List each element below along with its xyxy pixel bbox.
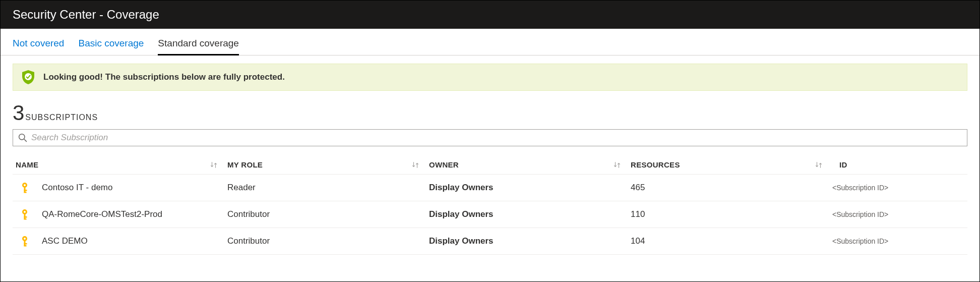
- owner-cell[interactable]: Display Owners: [429, 236, 631, 246]
- tab-label: Standard coverage: [158, 38, 239, 48]
- svg-rect-7: [24, 192, 27, 193]
- resources-cell: 110: [631, 209, 832, 219]
- id-cell: <Subscription ID>: [832, 237, 964, 245]
- column-owner[interactable]: OWNER: [429, 160, 631, 169]
- table-row[interactable]: Contoso IT - demo Reader Display Owners …: [13, 175, 967, 201]
- resources-cell: 104: [631, 236, 832, 246]
- count-number: 3: [13, 101, 24, 125]
- subscription-name: ASC DEMO: [42, 236, 88, 246]
- coverage-tabs: Not covered Basic coverage Standard cove…: [1, 29, 979, 55]
- tab-basic-coverage[interactable]: Basic coverage: [78, 38, 144, 55]
- column-label: NAME: [16, 160, 38, 169]
- sort-icon: [614, 161, 621, 168]
- search-input[interactable]: [31, 133, 962, 143]
- subscriptions-table: NAME MY ROLE OWNER RESOURCES ID: [13, 155, 967, 255]
- svg-rect-12: [24, 218, 27, 220]
- column-label: OWNER: [429, 160, 459, 169]
- key-icon: [21, 235, 33, 247]
- key-icon: [21, 208, 33, 220]
- column-id[interactable]: ID: [832, 160, 964, 169]
- svg-point-4: [24, 184, 26, 186]
- subscription-name: QA-RomeCore-OMSTest2-Prod: [42, 209, 162, 219]
- tab-not-covered[interactable]: Not covered: [13, 38, 64, 55]
- sort-icon: [412, 161, 419, 168]
- id-cell: <Subscription ID>: [832, 210, 964, 218]
- search-box[interactable]: [13, 129, 967, 146]
- svg-rect-17: [24, 245, 27, 247]
- svg-point-0: [25, 73, 32, 80]
- page-title: Security Center - Coverage: [1, 1, 979, 29]
- id-cell: <Subscription ID>: [832, 184, 964, 192]
- table-row[interactable]: ASC DEMO Contributor Display Owners 104 …: [13, 228, 967, 255]
- column-resources[interactable]: RESOURCES: [631, 160, 832, 169]
- column-role[interactable]: MY ROLE: [227, 160, 429, 169]
- role-cell: Contributor: [227, 236, 429, 246]
- table-row[interactable]: QA-RomeCore-OMSTest2-Prod Contributor Di…: [13, 201, 967, 228]
- column-label: ID: [839, 160, 847, 169]
- column-label: RESOURCES: [631, 160, 680, 169]
- owner-cell[interactable]: Display Owners: [429, 183, 631, 193]
- count-label: SUBSCRIPTIONS: [25, 113, 98, 122]
- sort-icon: [815, 161, 822, 168]
- svg-point-1: [19, 134, 25, 140]
- role-cell: Contributor: [227, 209, 429, 219]
- sort-icon: [210, 161, 217, 168]
- banner-text: Looking good! The subscriptions below ar…: [43, 72, 285, 82]
- svg-point-14: [24, 238, 26, 240]
- key-icon: [21, 182, 33, 194]
- subscription-count: 3 SUBSCRIPTIONS: [1, 91, 979, 129]
- svg-rect-6: [24, 190, 27, 191]
- shield-check-icon: [20, 69, 36, 85]
- tab-label: Basic coverage: [78, 38, 144, 48]
- owner-cell[interactable]: Display Owners: [429, 209, 631, 219]
- subscription-name: Contoso IT - demo: [42, 183, 112, 193]
- resources-cell: 465: [631, 183, 832, 193]
- svg-line-2: [24, 139, 27, 142]
- svg-rect-16: [24, 243, 27, 245]
- search-icon: [18, 133, 27, 142]
- page-title-text: Security Center - Coverage: [13, 8, 159, 22]
- tab-standard-coverage[interactable]: Standard coverage: [158, 38, 239, 55]
- table-header: NAME MY ROLE OWNER RESOURCES ID: [13, 155, 967, 175]
- column-name[interactable]: NAME: [16, 160, 227, 169]
- svg-rect-11: [24, 216, 27, 218]
- status-banner: Looking good! The subscriptions below ar…: [13, 64, 967, 91]
- svg-point-9: [24, 211, 26, 213]
- tab-label: Not covered: [13, 38, 64, 48]
- column-label: MY ROLE: [227, 160, 263, 169]
- role-cell: Reader: [227, 183, 429, 193]
